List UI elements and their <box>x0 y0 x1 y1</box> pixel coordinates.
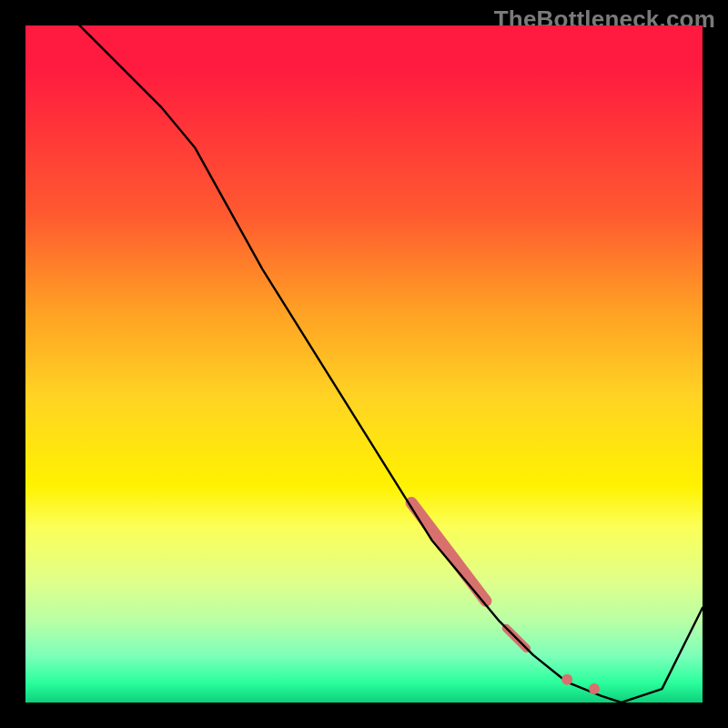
highlight-point <box>589 683 600 694</box>
highlight-segment <box>411 503 486 602</box>
highlight-layer <box>411 503 526 649</box>
chart-frame: TheBottleneck.com <box>0 0 728 728</box>
main-curve <box>25 25 703 703</box>
plot-area <box>25 25 703 703</box>
chart-svg <box>25 25 703 703</box>
highlight-point <box>561 674 572 685</box>
point-layer <box>561 674 600 694</box>
